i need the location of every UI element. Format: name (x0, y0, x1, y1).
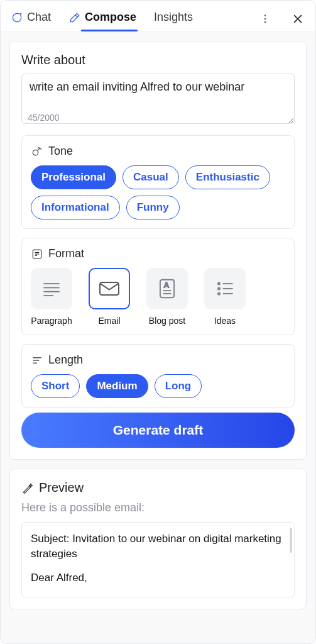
length-option-medium[interactable]: Medium (86, 374, 148, 398)
length-option-short[interactable]: Short (31, 374, 80, 398)
length-label: Length (48, 353, 83, 367)
write-about-label: Write about (21, 53, 295, 67)
tab-chat[interactable]: Chat (9, 6, 52, 31)
svg-point-19 (218, 287, 220, 289)
svg-point-21 (218, 292, 220, 294)
length-icon (31, 354, 43, 367)
preview-body[interactable]: Subject: Invitation to our webinar on di… (21, 522, 295, 597)
format-option-ideas[interactable]: Ideas (204, 268, 246, 326)
format-options: ParagraphEmailABlog postIdeas (31, 268, 285, 326)
email-icon (89, 268, 130, 309)
format-option-email[interactable]: Email (89, 268, 130, 326)
preview-label: Preview (39, 480, 84, 495)
write-about-input[interactable] (21, 74, 295, 124)
main-scroll[interactable]: Write about 45/2000 Tone ProfessionalCas… (1, 32, 315, 643)
length-section: Length ShortMediumLong (21, 344, 295, 408)
svg-rect-12 (100, 282, 119, 295)
tone-options: ProfessionalCasualEnthusiasticInformatio… (31, 165, 285, 219)
tone-section: Tone ProfessionalCasualEnthusiasticInfor… (21, 135, 295, 229)
tab-bar: Chat Compose Insights (1, 1, 315, 32)
format-option-label: Ideas (214, 316, 236, 326)
wand-icon (21, 482, 34, 494)
tab-insights-label: Insights (154, 11, 193, 24)
tab-compose[interactable]: Compose (67, 6, 138, 31)
tone-option-enthusiastic[interactable]: Enthusiastic (185, 165, 270, 189)
compose-icon (68, 11, 81, 24)
svg-text:A: A (164, 281, 169, 289)
paragraph-icon (31, 268, 72, 309)
preview-greeting: Dear Alfred, (31, 570, 285, 586)
length-options: ShortMediumLong (31, 374, 285, 398)
format-icon (31, 248, 43, 260)
format-section: Format ParagraphEmailABlog postIdeas (21, 238, 295, 335)
chat-icon (11, 11, 23, 24)
format-option-blog-post[interactable]: ABlog post (146, 268, 188, 326)
format-option-label: Email (98, 316, 120, 326)
length-option-long[interactable]: Long (155, 374, 202, 398)
svg-point-17 (218, 283, 220, 285)
svg-point-3 (33, 150, 38, 155)
svg-point-1 (264, 18, 266, 19)
preview-scrollbar[interactable] (290, 528, 292, 553)
tone-icon (31, 145, 43, 158)
svg-point-0 (264, 14, 266, 16)
format-option-paragraph[interactable]: Paragraph (31, 268, 72, 326)
blog-post-icon: A (146, 268, 188, 309)
tone-option-informational[interactable]: Informational (31, 196, 120, 219)
preview-intro: Here is a possible email: (21, 501, 295, 514)
compose-card: Write about 45/2000 Tone ProfessionalCas… (9, 41, 307, 460)
tab-compose-label: Compose (85, 11, 136, 24)
vertical-dots-icon (259, 13, 271, 25)
svg-point-2 (264, 21, 266, 23)
close-button[interactable] (289, 10, 307, 28)
tone-option-funny[interactable]: Funny (126, 196, 180, 219)
tab-chat-label: Chat (27, 11, 51, 24)
ideas-icon (204, 268, 246, 309)
close-icon (291, 13, 304, 25)
format-option-label: Blog post (149, 316, 185, 326)
tone-option-professional[interactable]: Professional (31, 165, 116, 189)
tone-option-casual[interactable]: Casual (123, 165, 179, 189)
preview-subject: Subject: Invitation to our webinar on di… (31, 531, 285, 562)
preview-card: Preview Here is a possible email: Subjec… (9, 469, 307, 609)
more-options-button[interactable] (256, 10, 274, 28)
format-option-label: Paragraph (31, 316, 72, 326)
format-label: Format (48, 247, 84, 260)
generate-draft-button[interactable]: Generate draft (21, 413, 295, 448)
tab-insights[interactable]: Insights (153, 6, 194, 31)
tone-label: Tone (48, 145, 73, 158)
